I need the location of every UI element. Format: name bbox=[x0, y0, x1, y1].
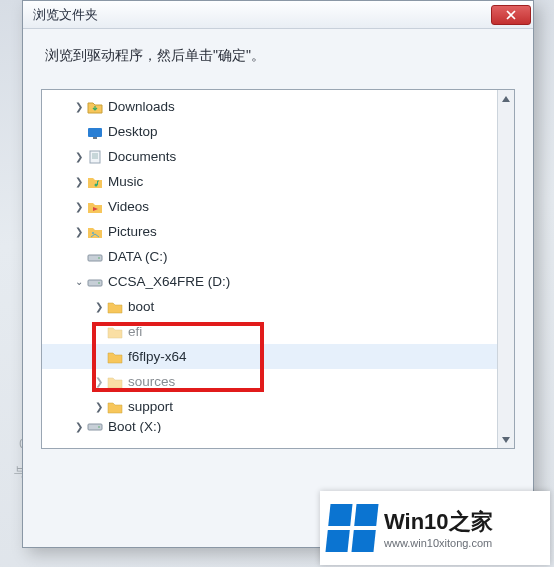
expand-arrow[interactable]: ❯ bbox=[72, 421, 86, 432]
instruction-text: 浏览到驱动程序，然后单击"确定"。 bbox=[23, 29, 533, 79]
tree-item-label: Videos bbox=[108, 199, 149, 214]
tree-item-label: DATA (C:) bbox=[108, 249, 168, 264]
tree-item[interactable]: ❯Boot (X:) bbox=[42, 419, 497, 433]
tree-item-label: Boot (X:) bbox=[108, 419, 161, 433]
tree-item[interactable]: ❯Documents bbox=[42, 144, 497, 169]
tree-item[interactable]: ⌄CCSA_X64FRE (D:) bbox=[42, 269, 497, 294]
videos-icon bbox=[86, 199, 104, 215]
expand-arrow[interactable]: ❯ bbox=[72, 151, 86, 162]
music-icon bbox=[86, 174, 104, 190]
tree-item[interactable]: efi bbox=[42, 319, 497, 344]
scroll-up-button[interactable] bbox=[499, 90, 514, 107]
drive-icon bbox=[86, 249, 104, 265]
tree-item-label: Music bbox=[108, 174, 143, 189]
vertical-scrollbar[interactable] bbox=[497, 90, 514, 448]
tree-item-label: Documents bbox=[108, 149, 176, 164]
tree-item-label: support bbox=[128, 399, 173, 414]
tree-item-label: efi bbox=[128, 324, 142, 339]
folder-dl-icon bbox=[86, 99, 104, 115]
expand-arrow[interactable]: ⌄ bbox=[72, 276, 86, 287]
watermark-url: www.win10xitong.com bbox=[384, 537, 493, 549]
tree-item-label: boot bbox=[128, 299, 154, 314]
folder-icon bbox=[106, 399, 124, 415]
tree-item[interactable]: DATA (C:) bbox=[42, 244, 497, 269]
close-button[interactable] bbox=[491, 5, 531, 25]
tree-item[interactable]: ❯boot bbox=[42, 294, 497, 319]
expand-arrow[interactable]: ❯ bbox=[72, 101, 86, 112]
tree-item-label: CCSA_X64FRE (D:) bbox=[108, 274, 230, 289]
close-icon bbox=[506, 10, 516, 20]
tree-item[interactable]: Desktop bbox=[42, 119, 497, 144]
tree-item-label: Downloads bbox=[108, 99, 175, 114]
chevron-up-icon bbox=[502, 96, 510, 102]
folder-icon bbox=[106, 299, 124, 315]
browse-folder-dialog: 浏览文件夹 浏览到驱动程序，然后单击"确定"。 ❯DownloadsDeskto… bbox=[22, 0, 534, 548]
folder-icon bbox=[106, 324, 124, 340]
expand-arrow[interactable]: ❯ bbox=[92, 401, 106, 412]
watermark-title: Win10之家 bbox=[384, 507, 493, 537]
tree-item[interactable]: f6flpy-x64 bbox=[42, 344, 497, 369]
pictures-icon bbox=[86, 224, 104, 240]
watermark: Win10之家 www.win10xitong.com bbox=[320, 491, 550, 565]
windows-logo-icon bbox=[325, 504, 378, 552]
folder-tree: ❯DownloadsDesktop❯Documents❯Music❯Videos… bbox=[41, 89, 515, 449]
tree-item[interactable]: ❯Pictures bbox=[42, 219, 497, 244]
tree-item[interactable]: ❯Downloads bbox=[42, 94, 497, 119]
tree-item-label: f6flpy-x64 bbox=[128, 349, 187, 364]
expand-arrow[interactable]: ❯ bbox=[72, 226, 86, 237]
tree-item-label: Desktop bbox=[108, 124, 158, 139]
folder-icon bbox=[106, 349, 124, 365]
dialog-title: 浏览文件夹 bbox=[33, 6, 98, 24]
drive-icon bbox=[86, 419, 104, 433]
expand-arrow[interactable]: ❯ bbox=[92, 301, 106, 312]
tree-item[interactable]: ❯support bbox=[42, 394, 497, 419]
chevron-down-icon bbox=[502, 437, 510, 443]
titlebar: 浏览文件夹 bbox=[23, 1, 533, 29]
tree-item-label: sources bbox=[128, 374, 175, 389]
folder-icon bbox=[106, 374, 124, 390]
expand-arrow[interactable]: ❯ bbox=[72, 176, 86, 187]
expand-arrow[interactable]: ❯ bbox=[72, 201, 86, 212]
drive-icon bbox=[86, 274, 104, 290]
tree-item[interactable]: ❯Music bbox=[42, 169, 497, 194]
documents-icon bbox=[86, 149, 104, 165]
scroll-down-button[interactable] bbox=[499, 431, 514, 448]
tree-item[interactable]: ❯sources bbox=[42, 369, 497, 394]
tree-item[interactable]: ❯Videos bbox=[42, 194, 497, 219]
expand-arrow[interactable]: ❯ bbox=[92, 376, 106, 387]
desktop-icon bbox=[86, 124, 104, 140]
tree-item-label: Pictures bbox=[108, 224, 157, 239]
